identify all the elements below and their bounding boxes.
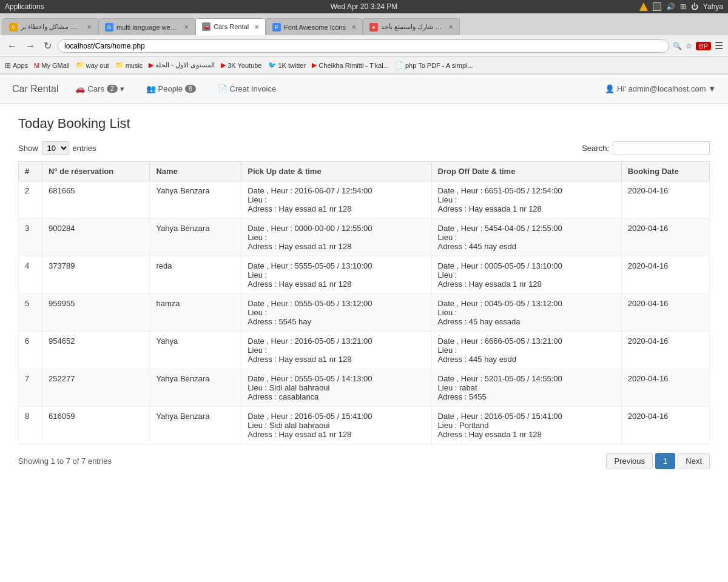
nav-people[interactable]: 👥 People 8 bbox=[141, 82, 201, 96]
table-header: # N° de réservation Name Pick Up date & … bbox=[19, 162, 710, 181]
tab-1[interactable]: 9 حل مشاكل واخطاء بر... ✕ bbox=[2, 18, 98, 35]
cars-chevron: ▾ bbox=[120, 84, 124, 93]
cell-id: 4 bbox=[19, 256, 42, 294]
cell-reservation: 900284 bbox=[42, 219, 150, 256]
showing-text: Showing 1 to 7 of 7 entries bbox=[18, 457, 112, 466]
search-icon: 🔍 bbox=[673, 42, 682, 50]
power-icon: ⏻ bbox=[691, 2, 698, 11]
search-input[interactable] bbox=[613, 141, 710, 155]
people-icon: 👥 bbox=[146, 84, 156, 93]
cell-dropoff: Date , Heur : 0045-05-05 / 13:12:00 Lieu… bbox=[431, 294, 621, 332]
bookmark-cheikha[interactable]: ▶ Cheikha Rimitti - T'kal... bbox=[312, 61, 389, 69]
next-button[interactable]: Next bbox=[678, 453, 710, 469]
col-name: Name bbox=[150, 162, 241, 181]
os-bar: Applications Wed Apr 20 3:24 PM 🔊 ⊞ ⏻ Ya… bbox=[0, 0, 728, 13]
cell-booking-date: 2020-04-16 bbox=[621, 219, 709, 256]
bookmark-youtube[interactable]: ▶ المستوى الاول - الحلة bbox=[149, 61, 215, 69]
cell-dropoff: Date , Heur : 6651-05-05 / 12:54:00 Lieu… bbox=[431, 181, 621, 219]
bookmarks-bar: ⊞ Apps M My GMail 📁 way out 📁 music ▶ ال… bbox=[0, 57, 728, 74]
bookmark-gmail[interactable]: M My GMail bbox=[34, 62, 70, 69]
cell-name: Yahya Benzara bbox=[150, 369, 241, 407]
bookmark-3kyt[interactable]: ▶ 3K Youtube bbox=[221, 61, 261, 69]
tab-4[interactable]: F Font Awesome Icons ✕ bbox=[266, 18, 363, 35]
cell-name: Yahya bbox=[150, 332, 241, 369]
cell-id: 7 bbox=[19, 369, 42, 407]
show-label: Show bbox=[18, 144, 38, 153]
cell-booking-date: 2020-04-16 bbox=[621, 294, 709, 332]
cell-booking-date: 2020-04-16 bbox=[621, 181, 709, 219]
3kyt-label: 3K Youtube bbox=[228, 62, 261, 69]
music-label: music bbox=[126, 62, 143, 69]
tab-4-favicon: F bbox=[272, 23, 281, 32]
people-label: People bbox=[158, 84, 183, 93]
cell-dropoff: Date , Heur : 5454-04-05 / 12:55:00 Lieu… bbox=[431, 219, 621, 256]
cell-reservation: 954652 bbox=[42, 332, 150, 369]
table-row: 3900284Yahya BenzaraDate , Heur : 0000-0… bbox=[19, 219, 710, 256]
refresh-button[interactable]: ↻ bbox=[41, 39, 54, 53]
page-1-button[interactable]: 1 bbox=[655, 453, 675, 469]
entries-label: entries bbox=[73, 144, 96, 153]
bookmark-apps[interactable]: ⊞ Apps bbox=[5, 61, 28, 70]
cell-reservation: 373789 bbox=[42, 256, 150, 294]
table-controls: Show 10 25 50 entries Search: bbox=[18, 141, 710, 155]
bp-icon: BP bbox=[696, 42, 711, 50]
os-apps-label: Applications bbox=[5, 2, 44, 11]
cell-booking-date: 2020-04-16 bbox=[621, 369, 709, 407]
bookmark-music[interactable]: 📁 music bbox=[115, 61, 143, 69]
tab-4-close[interactable]: ✕ bbox=[351, 24, 356, 30]
tab-2-label: multi language website -... bbox=[116, 24, 178, 31]
cell-name: Yahya Benzara bbox=[150, 181, 241, 219]
cell-booking-date: 2020-04-16 bbox=[621, 332, 709, 369]
table-body: 2681665Yahya BenzaraDate , Heur : 2016-0… bbox=[19, 181, 710, 444]
php2pdf-label: php To PDF - A simpl... bbox=[405, 62, 473, 69]
tab-3-close[interactable]: ✕ bbox=[254, 24, 259, 30]
tab-5-close[interactable]: ✕ bbox=[448, 24, 453, 30]
cell-booking-date: 2020-04-16 bbox=[621, 407, 709, 444]
tab-3-label: Cars Rental bbox=[214, 23, 249, 30]
cell-reservation: 681665 bbox=[42, 181, 150, 219]
bookmark-wayout[interactable]: 📁 way out bbox=[76, 61, 109, 69]
menu-icon[interactable]: ☰ bbox=[715, 40, 723, 52]
entries-select[interactable]: 10 25 50 bbox=[42, 141, 69, 155]
cell-dropoff: Date , Heur : 6666-05-05 / 13:21:00 Lieu… bbox=[431, 332, 621, 369]
cell-pickup: Date , Heur : 2016-06-07 / 12:54:00 Lieu… bbox=[241, 181, 431, 219]
cell-id: 2 bbox=[19, 181, 42, 219]
cell-id: 8 bbox=[19, 407, 42, 444]
tabs-bar: 9 حل مشاكل واخطاء بر... ✕ G multi langua… bbox=[0, 13, 728, 35]
table-row: 5959955hamzaDate , Heur : 0555-05-05 / 1… bbox=[19, 294, 710, 332]
cell-name: Yahya Benzara bbox=[150, 407, 241, 444]
pagination-row: Showing 1 to 7 of 7 entries Previous 1 N… bbox=[18, 453, 710, 469]
apps-bookmark-label: Apps bbox=[13, 62, 28, 69]
tab-3-cars-rental[interactable]: 🚗 Cars Rental ✕ bbox=[195, 18, 266, 35]
previous-button[interactable]: Previous bbox=[606, 453, 653, 469]
star-icon[interactable]: ☆ bbox=[686, 42, 692, 50]
tab-1-close[interactable]: ✕ bbox=[87, 24, 92, 30]
col-pickup: Pick Up date & time bbox=[241, 162, 431, 181]
twitter-label: 1K twitter bbox=[278, 62, 306, 69]
bookmark-php2pdf[interactable]: 📄 php To PDF - A simpl... bbox=[395, 61, 473, 69]
tab-5[interactable]: ● صور - شارك واستمتع بأحد... ✕ bbox=[363, 18, 460, 35]
cell-dropoff: Date , Heur : 2016-05-05 / 15:41:00 Lieu… bbox=[431, 407, 621, 444]
tab-2-close[interactable]: ✕ bbox=[184, 24, 189, 30]
address-bar: ← → ↻ 🔍 ☆ BP ☰ bbox=[0, 35, 728, 57]
table-row: 8616059Yahya BenzaraDate , Heur : 2016-0… bbox=[19, 407, 710, 444]
navbar-left: Car Rental 🚗 Cars 2 ▾ 👥 People 8 📄 Creat… bbox=[12, 82, 281, 96]
invoice-icon: 📄 bbox=[218, 84, 228, 93]
forward-button[interactable]: → bbox=[23, 39, 38, 53]
cheikha-icon: ▶ bbox=[312, 61, 317, 69]
yt-icon: ▶ bbox=[149, 61, 153, 69]
pagination: Previous 1 Next bbox=[606, 453, 710, 469]
search-group: Search: bbox=[582, 141, 710, 155]
col-id: # bbox=[19, 162, 42, 181]
table-row: 6954652YahyaDate , Heur : 2016-05-05 / 1… bbox=[19, 332, 710, 369]
user-label[interactable]: Hi' admin@localhost.com ▼ bbox=[617, 84, 716, 93]
cell-pickup: Date , Heur : 0555-05-05 / 14:13:00 Lieu… bbox=[241, 369, 431, 407]
nav-invoice[interactable]: 📄 Creat Invoice bbox=[213, 82, 281, 96]
back-button[interactable]: ← bbox=[5, 39, 19, 53]
nav-cars[interactable]: 🚗 Cars 2 ▾ bbox=[70, 82, 129, 96]
bookmark-twitter[interactable]: 🐦 1K twitter bbox=[268, 61, 306, 69]
tab-2[interactable]: G multi language website -... ✕ bbox=[98, 18, 195, 35]
os-user: Yahya bbox=[703, 2, 723, 11]
url-bar[interactable] bbox=[58, 39, 669, 53]
wayout-label: way out bbox=[86, 62, 109, 69]
